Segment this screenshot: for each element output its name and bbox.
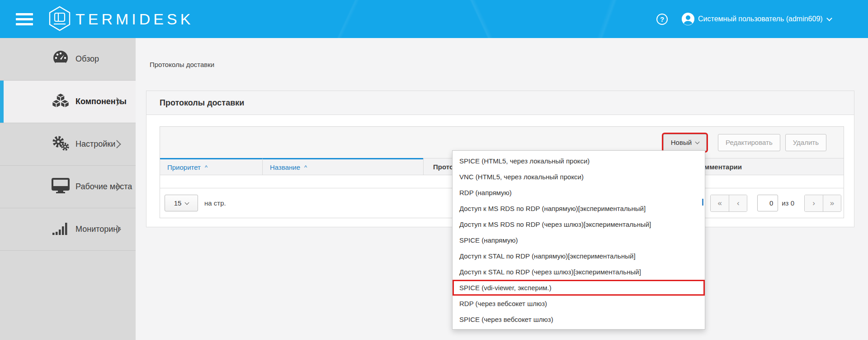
dropdown-item-highlighted[interactable]: SPICE (vdi-viewer, эксперим.) <box>453 280 705 296</box>
sidebar-item-workplaces[interactable]: Рабочие места <box>0 166 136 208</box>
cubes-icon <box>51 93 71 110</box>
user-name: Системный пользователь (admin609) <box>698 15 823 23</box>
column-label: Приоритет <box>167 163 201 171</box>
card-title: Протоколы доставки <box>146 91 854 115</box>
dropdown-item[interactable]: SPICE (напрямую) <box>453 232 705 248</box>
next-page-button[interactable]: › <box>805 195 823 211</box>
first-page-button[interactable]: « <box>711 195 729 211</box>
dropdown-item[interactable]: Доступ к MS RDS по RDP (через шлюз)[эксп… <box>453 216 705 232</box>
new-button[interactable]: Новый <box>663 134 707 151</box>
sidebar-item-settings[interactable]: Настройки <box>0 123 136 166</box>
edit-button[interactable]: Редактировать <box>718 134 780 151</box>
column-header-name[interactable]: Название ^ <box>262 158 423 175</box>
sidebar: Обзор Компон <box>0 38 136 340</box>
dropdown-item[interactable]: Доступ к MS RDS по RDP (напрямую)[экспер… <box>453 201 705 216</box>
prev-page-button[interactable]: ‹ <box>729 195 747 211</box>
pagination-forward-group: › » <box>804 195 841 212</box>
sidebar-item-label: Обзор <box>75 54 99 64</box>
column-label: Название <box>270 163 300 171</box>
signal-icon <box>51 221 71 238</box>
user-menu[interactable]: Системный пользователь (admin609) <box>682 13 831 25</box>
column-header-comments[interactable]: Комментарии <box>689 158 844 175</box>
dropdown-item[interactable]: SPICE (HTML5, через локальный прокси) <box>453 153 705 169</box>
dropdown-item[interactable]: RDP (через вебсокет шлюз) <box>453 296 705 311</box>
sidebar-item-overview[interactable]: Обзор <box>0 38 136 81</box>
dropdown-item[interactable]: VNC (HTML5, через локальный прокси) <box>453 169 705 185</box>
scrollbar-fragment <box>702 199 703 206</box>
sidebar-item-components[interactable]: Компоненты <box>0 81 136 123</box>
user-avatar-icon <box>682 13 694 25</box>
gears-icon <box>51 135 71 153</box>
new-button-label: Новый <box>671 139 692 146</box>
sidebar-item-label: Рабочие места <box>75 182 132 192</box>
pagination-back-group: « ‹ <box>710 195 747 212</box>
help-icon[interactable]: ? <box>656 14 668 25</box>
dropdown-item[interactable]: SPICE (через вебсокет шлюз) <box>453 311 705 327</box>
column-header-priority[interactable]: Приоритет ^ <box>160 158 262 175</box>
per-page-select[interactable]: 15 <box>165 195 198 211</box>
dropdown-item[interactable]: Доступ к STAL по RDP (напрямую)[эксперим… <box>453 248 705 264</box>
breadcrumb: Протоколы доставки <box>150 61 214 68</box>
termidesk-screen: TERMIDESK ? Системный пользователь (admi… <box>0 0 868 340</box>
sidebar-item-label: Настройки <box>75 139 115 149</box>
sidebar-item-monitoring[interactable]: Мониторинг <box>0 208 136 251</box>
hamburger-menu-icon[interactable] <box>16 13 33 25</box>
chevron-down-icon <box>695 139 700 144</box>
dashboard-icon <box>51 50 71 68</box>
delete-button[interactable]: Удалить <box>785 134 826 151</box>
page-number-input[interactable] <box>757 195 778 211</box>
per-page-label: на стр. <box>204 199 226 207</box>
sort-asc-icon: ^ <box>304 164 307 171</box>
desktop-icon <box>51 178 71 196</box>
last-page-button[interactable]: » <box>823 195 841 211</box>
brand-title: TERMIDESK <box>75 11 193 27</box>
dropdown-item[interactable]: Доступ к STAL по RDP (через шлюз)[экспер… <box>453 264 705 280</box>
per-page-value: 15 <box>174 199 182 207</box>
new-protocol-dropdown: SPICE (HTML5, через локальный прокси) VN… <box>452 150 705 330</box>
sort-asc-icon: ^ <box>205 164 208 171</box>
chevron-down-icon <box>185 200 189 205</box>
chevron-down-icon <box>826 15 832 21</box>
dropdown-item[interactable]: RDP (напрямую) <box>453 185 705 201</box>
top-header: TERMIDESK ? Системный пользователь (admi… <box>0 0 868 38</box>
page-total-label: из 0 <box>782 199 794 207</box>
pagination-controls: « ‹ из 0 › » <box>710 195 841 212</box>
termidesk-logo-icon <box>49 6 71 31</box>
